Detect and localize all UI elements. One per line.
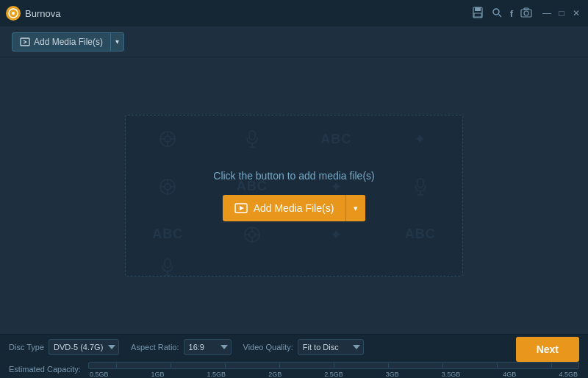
tick-4.5gb: 4.5GB [559, 371, 578, 378]
wm-sparkle-1: ✦ [379, 115, 463, 163]
wm-abc-4: ABC [379, 210, 463, 258]
tick-1gb: 1GB [151, 371, 165, 378]
capacity-label: Estimated Capacity: [9, 365, 82, 374]
svg-rect-10 [21, 38, 29, 46]
svg-rect-28 [417, 179, 423, 188]
next-button[interactable]: Next [516, 337, 579, 362]
disc-type-group: Disc Type DVD-5 (4.7G) DVD-9 (8.5G) Blu-… [9, 339, 119, 355]
drop-zone-text: Click the button to add media file(s) [213, 170, 374, 182]
maximize-button[interactable]: □ [556, 7, 567, 19]
minimize-button[interactable]: — [541, 7, 553, 19]
add-media-center-label: Add Media File(s) [254, 202, 334, 214]
tick-1.5gb: 1.5GB [207, 371, 226, 378]
bottom-controls: Disc Type DVD-5 (4.7G) DVD-9 (8.5G) Blu-… [9, 339, 516, 355]
facebook-icon[interactable]: f [510, 9, 513, 18]
svg-point-32 [249, 232, 255, 238]
svg-point-1 [12, 12, 15, 15]
drop-zone[interactable]: ABC ✦ ABC ✦ [125, 115, 463, 277]
svg-rect-4 [474, 13, 481, 17]
wm-mic-3 [126, 258, 210, 276]
wm-mic-1 [210, 115, 295, 163]
svg-rect-37 [165, 259, 171, 268]
wm-abc-3: ABC [126, 210, 210, 258]
video-quality-label: Video Quality: [243, 343, 293, 352]
bottom-bar: Disc Type DVD-5 (4.7G) DVD-9 (8.5G) Blu-… [0, 334, 588, 378]
video-quality-select[interactable]: Fit to Disc High Medium Low [298, 339, 364, 355]
svg-point-8 [524, 11, 528, 15]
app-title: Burnova [25, 8, 60, 19]
svg-point-5 [493, 9, 499, 15]
tick-3.5gb: 3.5GB [442, 371, 461, 378]
tick-2gb: 2GB [268, 371, 282, 378]
svg-marker-41 [240, 206, 244, 210]
tick-2.5gb: 2.5GB [324, 371, 343, 378]
tick-3gb: 3GB [386, 371, 399, 378]
tick-0.5gb: 0.5GB [90, 371, 109, 378]
svg-rect-19 [249, 131, 255, 140]
tick-4gb: 4GB [503, 371, 516, 378]
save-icon[interactable] [472, 7, 484, 20]
window-controls: — □ ✕ [541, 7, 582, 19]
svg-point-22 [160, 179, 175, 194]
add-media-center-arrow[interactable]: ▾ [346, 195, 365, 221]
svg-rect-9 [524, 8, 528, 10]
svg-line-12 [24, 42, 26, 43]
disc-type-label: Disc Type [9, 343, 44, 352]
svg-point-13 [160, 132, 175, 146]
wm-film-1 [126, 115, 210, 163]
titlebar-icons: f [472, 7, 532, 20]
app-logo [6, 6, 21, 21]
svg-rect-3 [475, 7, 481, 11]
wm-film-2 [126, 163, 210, 211]
titlebar-left: Burnova [6, 6, 60, 21]
capacity-row: Estimated Capacity: 0.5G [9, 362, 579, 377]
svg-point-14 [165, 136, 171, 142]
add-media-top-label: Add Media File(s) [34, 37, 103, 47]
toolbar: Add Media File(s) ▾ [0, 26, 588, 57]
capacity-bar-wrapper: 0.5GB 1GB 1.5GB 2GB 2.5GB 3GB 3.5GB 4GB … [88, 362, 579, 377]
svg-line-6 [498, 15, 501, 18]
wm-abc-1: ABC [294, 115, 379, 163]
close-button[interactable]: ✕ [570, 7, 582, 19]
aspect-ratio-select[interactable]: 16:9 4:3 [184, 339, 232, 355]
aspect-ratio-group: Aspect Ratio: 16:9 4:3 [131, 339, 231, 355]
video-quality-group: Video Quality: Fit to Disc High Medium L… [243, 339, 364, 355]
wm-mic-2 [379, 163, 463, 211]
capacity-bar [88, 362, 579, 369]
add-media-top-arrow[interactable]: ▾ [111, 33, 123, 51]
add-media-top-button[interactable]: Add Media File(s) ▾ [12, 32, 124, 51]
add-media-center-button[interactable]: Add Media File(s) ▾ [223, 195, 366, 221]
titlebar: Burnova f [0, 0, 588, 26]
camera-icon[interactable] [520, 7, 532, 19]
disc-type-select[interactable]: DVD-5 (4.7G) DVD-9 (8.5G) Blu-ray 25G Bl… [49, 339, 119, 355]
main-content: ABC ✦ ABC ✦ [0, 57, 588, 334]
svg-point-23 [165, 184, 171, 190]
svg-point-31 [245, 227, 259, 242]
aspect-ratio-label: Aspect Ratio: [131, 343, 179, 352]
capacity-tick-labels: 0.5GB 1GB 1.5GB 2GB 2.5GB 3GB 3.5GB 4GB … [88, 371, 579, 378]
search-icon[interactable] [491, 7, 503, 20]
